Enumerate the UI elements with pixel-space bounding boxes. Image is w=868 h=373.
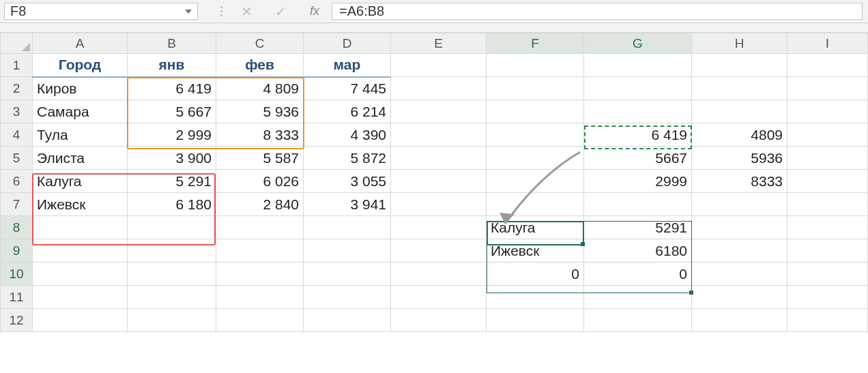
col-head-C[interactable]: C (216, 33, 304, 54)
cell-A8[interactable] (33, 216, 128, 239)
cell-C2[interactable]: 4 809 (216, 77, 304, 100)
cell-I12[interactable] (787, 309, 868, 332)
row-head-12[interactable]: 12 (1, 309, 33, 332)
cell-C7[interactable]: 2 840 (216, 193, 304, 216)
cell-C11[interactable] (216, 286, 304, 309)
cell-B11[interactable] (128, 286, 216, 309)
cell-E5[interactable] (391, 147, 487, 170)
row-head-6[interactable]: 6 (1, 170, 33, 193)
cell-D9[interactable] (304, 239, 391, 263)
cell-D6[interactable]: 3 055 (304, 170, 391, 193)
cell-F5[interactable] (487, 147, 584, 170)
cell-I1[interactable] (787, 54, 868, 77)
cell-I10[interactable] (787, 263, 868, 286)
cell-A6[interactable]: Калуга (33, 170, 128, 193)
formula-input[interactable]: =A6:B8 (332, 3, 863, 20)
cell-A5[interactable]: Элиста (33, 147, 128, 170)
cell-C12[interactable] (216, 309, 304, 332)
cell-E11[interactable] (391, 286, 487, 309)
cell-E8[interactable] (391, 216, 487, 239)
cell-D5[interactable]: 5 872 (304, 147, 391, 170)
cell-E1[interactable] (391, 54, 487, 77)
col-head-D[interactable]: D (304, 33, 391, 54)
row-head-11[interactable]: 11 (1, 286, 33, 309)
cell-G12[interactable] (584, 309, 692, 332)
row-head-10[interactable]: 10 (1, 263, 33, 286)
cell-B5[interactable]: 3 900 (128, 147, 216, 170)
cell-G4[interactable]: 6 419 (584, 123, 692, 147)
cell-H8[interactable] (692, 216, 787, 239)
cell-E7[interactable] (391, 193, 487, 216)
cell-E12[interactable] (391, 309, 487, 332)
cell-B2[interactable]: 6 419 (128, 77, 216, 100)
cell-H10[interactable] (692, 263, 787, 286)
cell-F9[interactable]: Ижевск (487, 239, 584, 263)
cell-A2[interactable]: Киров (33, 77, 128, 100)
cell-E2[interactable] (391, 77, 487, 100)
cell-B10[interactable] (128, 263, 216, 286)
cell-F12[interactable] (487, 309, 584, 332)
cell-D4[interactable]: 4 390 (304, 123, 391, 147)
cell-C4[interactable]: 8 333 (216, 123, 304, 147)
cell-E3[interactable] (391, 100, 487, 123)
col-head-B[interactable]: B (128, 33, 216, 54)
col-head-G[interactable]: G (584, 33, 692, 54)
cell-D12[interactable] (304, 309, 391, 332)
name-box-dropdown-icon[interactable] (185, 10, 192, 14)
cell-G5[interactable]: 5667 (584, 147, 692, 170)
cell-A12[interactable] (33, 309, 128, 332)
cell-B12[interactable] (128, 309, 216, 332)
cell-D1[interactable]: мар (304, 54, 391, 77)
cell-G7[interactable] (584, 193, 692, 216)
cell-A4[interactable]: Тула (33, 123, 128, 147)
cell-D10[interactable] (304, 263, 391, 286)
select-all-corner[interactable] (1, 33, 33, 54)
cell-C3[interactable]: 5 936 (216, 100, 304, 123)
cancel-button[interactable]: ✕ (229, 0, 263, 23)
cell-G6[interactable]: 2999 (584, 170, 692, 193)
cell-A7[interactable]: Ижевск (33, 193, 128, 216)
row-head-3[interactable]: 3 (1, 100, 33, 123)
cell-A11[interactable] (33, 286, 128, 309)
cell-A10[interactable] (33, 263, 128, 286)
row-head-9[interactable]: 9 (1, 239, 33, 263)
cell-B9[interactable] (128, 239, 216, 263)
row-head-2[interactable]: 2 (1, 77, 33, 100)
cell-B6[interactable]: 5 291 (128, 170, 216, 193)
cell-E6[interactable] (391, 170, 487, 193)
cell-E10[interactable] (391, 263, 487, 286)
cell-I9[interactable] (787, 239, 868, 263)
cell-H5[interactable]: 5936 (692, 147, 787, 170)
cell-B7[interactable]: 6 180 (128, 193, 216, 216)
cell-H11[interactable] (692, 286, 787, 309)
cell-I4[interactable] (787, 123, 868, 147)
cell-F10[interactable]: 0 (487, 263, 584, 286)
cell-I2[interactable] (787, 77, 868, 100)
cell-H9[interactable] (692, 239, 787, 263)
cell-I5[interactable] (787, 147, 868, 170)
cell-A3[interactable]: Самара (33, 100, 128, 123)
cell-G9[interactable]: 6180 (584, 239, 692, 263)
cell-A1[interactable]: Город (33, 54, 128, 77)
row-head-7[interactable]: 7 (1, 193, 33, 216)
cell-G10[interactable]: 0 (584, 263, 692, 286)
cell-F8[interactable]: Калуга (487, 216, 584, 239)
cell-G8[interactable]: 5291 (584, 216, 692, 239)
grid[interactable]: A B C D E F G H I 1 Город янв фев мар 2 … (0, 33, 868, 332)
cell-D3[interactable]: 6 214 (304, 100, 391, 123)
cell-C1[interactable]: фев (216, 54, 304, 77)
cell-G3[interactable] (584, 100, 692, 123)
cell-H4[interactable]: 4809 (692, 123, 787, 147)
row-head-1[interactable]: 1 (1, 54, 33, 77)
cell-F7[interactable] (487, 193, 584, 216)
cell-F11[interactable] (487, 286, 584, 309)
cell-I7[interactable] (787, 193, 868, 216)
cell-D8[interactable] (304, 216, 391, 239)
cell-I11[interactable] (787, 286, 868, 309)
cell-E4[interactable] (391, 123, 487, 147)
cell-F1[interactable] (487, 54, 584, 77)
cell-H1[interactable] (692, 54, 787, 77)
cell-G2[interactable] (584, 77, 692, 100)
cell-H12[interactable] (692, 309, 787, 332)
cell-C6[interactable]: 6 026 (216, 170, 304, 193)
